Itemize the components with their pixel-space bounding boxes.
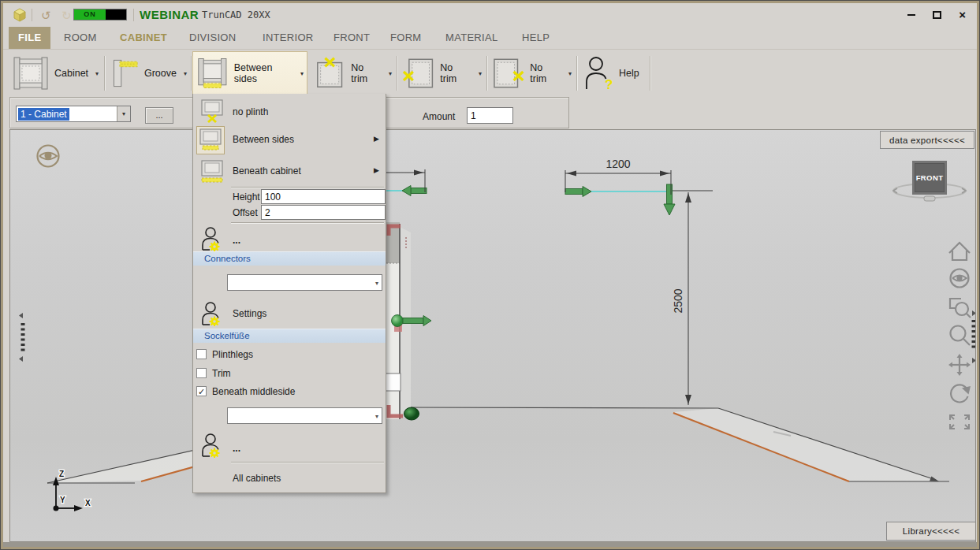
webinar-brand: WEBINAR — [140, 8, 199, 21]
cabinet-select-value: 1 - Cabinet — [18, 108, 69, 121]
trim-top-label: No trim — [351, 62, 382, 84]
dimension-arrows — [414, 170, 691, 405]
webinar-toggle[interactable]: ON — [73, 9, 127, 20]
chevron-down-icon[interactable]: ▾ — [479, 70, 482, 77]
menu-item-label: ... — [233, 443, 240, 454]
axis-x-label: X — [85, 499, 91, 507]
menu-item-label: Settings — [233, 308, 266, 319]
pan-icon[interactable] — [948, 354, 971, 376]
data-export-tab[interactable]: data export<<<<< — [880, 131, 974, 149]
chevron-down-icon[interactable]: ▾ — [95, 70, 99, 77]
person-gear-icon — [200, 301, 222, 326]
viewport-3d[interactable]: 1200 2500 Z Y X — [9, 129, 976, 542]
chevron-down-icon[interactable]: ▾ — [184, 70, 187, 77]
offset-input[interactable] — [261, 205, 386, 220]
cabinet-select[interactable]: 1 - Cabinet ▾ — [16, 106, 131, 122]
cabinet-button-label: Cabinet — [54, 68, 88, 79]
dimension-width-label: 1200 — [606, 158, 630, 170]
toggle-on-label: ON — [74, 9, 106, 20]
axis-y-label: Y — [60, 496, 65, 504]
panel-handle-left[interactable] — [19, 313, 23, 362]
menu-file[interactable]: FILE — [9, 27, 50, 49]
chevron-down-icon[interactable]: ▾ — [117, 106, 130, 121]
zoom-icon[interactable] — [951, 326, 971, 346]
maximize-icon[interactable] — [933, 11, 941, 19]
close-icon[interactable]: × — [959, 11, 966, 19]
menu-form[interactable]: FORM — [390, 32, 421, 43]
checkbox-checked[interactable]: ✓ — [196, 386, 207, 396]
cabinet-drawing[interactable] — [386, 222, 431, 420]
menu-separator — [231, 462, 384, 463]
cabinet-button[interactable]: Cabinet ▾ — [9, 52, 102, 95]
minimize-icon[interactable] — [907, 14, 915, 16]
app-title: TrunCAD 20XX — [202, 9, 270, 20]
rotate-icon[interactable] — [951, 385, 971, 402]
menu-separator — [231, 222, 384, 223]
offset-label: Offset — [233, 207, 258, 218]
checkbox-unchecked[interactable] — [196, 368, 207, 378]
view-cube-face[interactable]: FRONT — [912, 161, 947, 195]
amount-label: Amount — [423, 111, 455, 122]
divider — [133, 9, 134, 21]
person-gear-icon — [200, 226, 222, 251]
green-handle-arrows[interactable] — [402, 184, 675, 215]
divider — [486, 56, 487, 91]
trim-top-button[interactable]: No trim ▾ — [311, 52, 395, 95]
height-input[interactable] — [261, 189, 386, 204]
zoom-window-icon[interactable] — [950, 299, 971, 318]
title-bar: ↺ ↻ ON WEBINAR TrunCAD 20XX × — [3, 3, 977, 27]
groove-button[interactable]: Groove ▾ — [106, 52, 190, 95]
chevron-down-icon[interactable]: ▾ — [300, 70, 304, 77]
help-button[interactable]: ? Help — [580, 52, 647, 95]
help-person-icon: ? — [583, 56, 613, 91]
height-label: Height — [233, 191, 260, 203]
app-logo-icon — [13, 8, 27, 22]
drag-arrow-shaft — [403, 318, 423, 324]
chevron-down-icon[interactable]: ▾ — [389, 70, 392, 77]
menu-separator — [231, 187, 384, 188]
axis-z-label: Z — [59, 470, 64, 478]
library-tab[interactable]: Library<<<<< — [886, 522, 976, 541]
connectors-header: Connectors — [193, 251, 386, 266]
menu-division[interactable]: DIVISION — [189, 32, 236, 43]
menu-help[interactable]: HELP — [522, 32, 550, 43]
menu-cabinet[interactable]: CABINET — [120, 32, 167, 43]
app-window: ↺ ↻ ON WEBINAR TrunCAD 20XX × FILE ROOM … — [0, 0, 980, 550]
divider — [191, 56, 192, 91]
menu-item-label: Between sides — [233, 134, 294, 145]
window-bottom-edge — [3, 542, 977, 547]
plinth-between-sides-button[interactable]: Between sides ▾ — [192, 51, 307, 95]
checkbox-unchecked[interactable] — [196, 349, 207, 359]
menu-bar: FILE ROOM CABINET DIVISION INTERIOR FRON… — [3, 27, 977, 49]
menu-item-label: All cabinets — [233, 473, 281, 484]
help-button-label: Help — [619, 68, 639, 79]
panel-handle-right[interactable] — [972, 310, 976, 363]
sockelfuesse-select[interactable]: ▾ — [227, 407, 382, 424]
trim-right-button[interactable]: No trim ▾ — [489, 52, 575, 95]
fullscreen-icon[interactable] — [950, 415, 969, 429]
amount-input[interactable] — [467, 107, 513, 124]
divider — [576, 56, 577, 91]
connectors-select[interactable]: ▾ — [227, 274, 382, 291]
view-cube[interactable]: FRONT — [892, 158, 967, 204]
chevron-down-icon[interactable]: ▾ — [568, 70, 572, 77]
menu-item-label: ... — [233, 235, 240, 246]
toolbar: Cabinet ▾ Groove ▾ Betwee — [3, 49, 977, 129]
divider — [32, 9, 32, 21]
dimension-height-label: 2500 — [672, 288, 684, 313]
menu-interior[interactable]: INTERIOR — [263, 32, 314, 43]
menu-item-label: Beneath cabinet — [233, 165, 301, 177]
menu-front[interactable]: FRONT — [333, 32, 370, 43]
eye-overlay-icon[interactable] — [38, 146, 59, 167]
menu-material[interactable]: MATERIAL — [445, 32, 497, 43]
redo-icon[interactable]: ↻ — [61, 9, 72, 23]
between-sides-icon — [199, 128, 222, 152]
trim-left-button[interactable]: No trim ▾ — [399, 52, 485, 95]
eye-icon[interactable] — [951, 269, 969, 288]
menu-room[interactable]: ROOM — [64, 32, 97, 43]
handle-sphere-bottom — [404, 407, 419, 420]
more-options-button[interactable]: ... — [145, 107, 173, 124]
cabinet-icon — [13, 56, 49, 91]
home-icon[interactable] — [949, 243, 970, 260]
undo-icon[interactable]: ↺ — [41, 9, 51, 23]
